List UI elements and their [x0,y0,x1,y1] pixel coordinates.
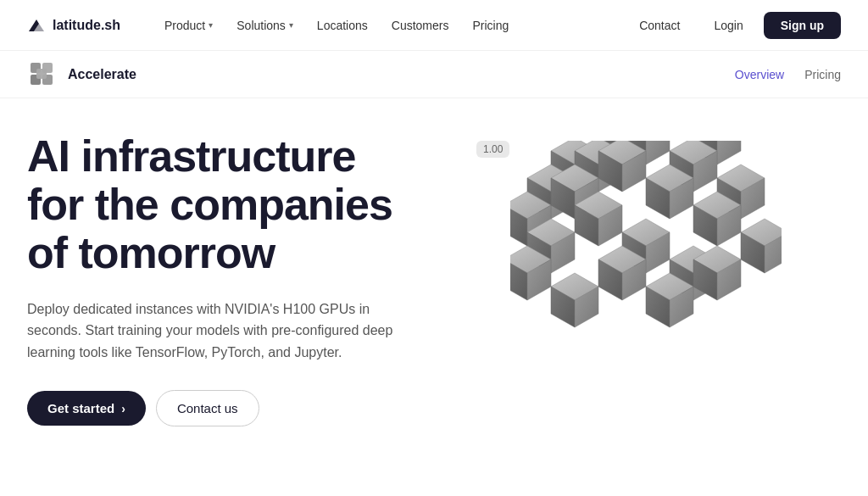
logo-text: latitude.sh [53,18,120,33]
solutions-chevron-icon: ▾ [289,20,293,30]
hero-description: Deploy dedicated instances with NVIDIA's… [27,298,417,364]
brand-cube-icon [27,59,58,90]
brand-name: Accelerate [68,67,136,82]
product-chevron-icon: ▾ [209,20,213,30]
hero-section: AI infrastructure for the companies of t… [0,98,868,496]
nav-product[interactable]: Product ▾ [154,14,223,37]
get-started-button[interactable]: Get started › [27,391,146,426]
nav-pricing[interactable]: Pricing [462,14,519,37]
svg-rect-6 [36,69,47,79]
svg-marker-27 [646,141,670,164]
arrow-icon: › [121,402,125,415]
logo-link[interactable]: latitude.sh [27,16,120,35]
nav-locations[interactable]: Locations [307,14,378,37]
svg-marker-18 [717,141,741,164]
hero-visual: 1.00 [451,132,841,496]
nav-solutions[interactable]: Solutions ▾ [226,14,303,37]
contact-button[interactable]: Contact [626,14,693,37]
subnav-overview-link[interactable]: Overview [735,68,784,81]
hero-3d-cube [510,141,782,412]
top-navbar: latitude.sh Product ▾ Solutions ▾ Locati… [0,0,868,51]
signup-button[interactable]: Sign up [764,12,841,39]
primary-nav: Product ▾ Solutions ▾ Locations Customer… [154,14,626,37]
sub-brand: Accelerate [27,59,735,90]
login-button[interactable]: Login [700,14,756,37]
sub-nav-links: Overview Pricing [735,68,841,81]
subnav-pricing-link[interactable]: Pricing [804,68,841,81]
nav-customers[interactable]: Customers [381,14,459,37]
sub-navbar: Accelerate Overview Pricing [0,51,868,98]
contact-us-button[interactable]: Contact us [156,390,259,426]
hero-title: AI infrastructure for the companies of t… [27,132,417,278]
logo-icon [27,16,46,35]
nav-right: Contact Login Sign up [626,12,841,39]
version-badge: 1.00 [476,141,509,158]
hero-content: AI infrastructure for the companies of t… [27,132,451,496]
hero-buttons: Get started › Contact us [27,390,417,426]
